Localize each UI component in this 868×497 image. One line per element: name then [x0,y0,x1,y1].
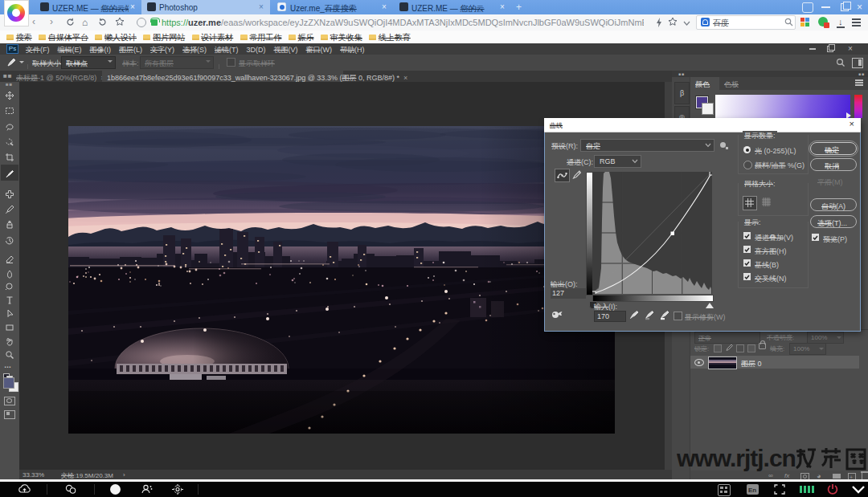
svg-text:www.rjtj.cn: www.rjtj.cn [677,446,796,471]
